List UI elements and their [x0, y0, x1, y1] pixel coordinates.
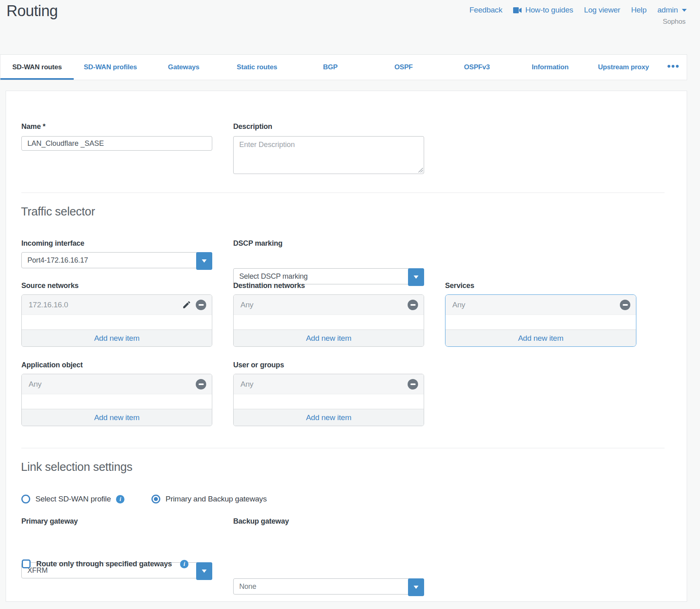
list-item: Any [234, 374, 424, 394]
backup-gateway-select[interactable]: None [233, 578, 424, 594]
list-item: Any [445, 295, 636, 315]
services-label: Services [445, 282, 474, 290]
feedback-label: Feedback [469, 6, 502, 14]
radio-label: Select SD-WAN profile [35, 495, 111, 503]
minus-circle-icon[interactable] [196, 300, 206, 310]
tab-static-routes[interactable]: Static routes [220, 55, 294, 80]
description-label: Description [233, 122, 272, 131]
application-object-label: Application object [21, 361, 83, 369]
divider [21, 448, 665, 448]
user-or-groups-box: Any Add new item [233, 374, 424, 426]
chevron-down-icon[interactable] [408, 578, 424, 596]
header-links: Feedback How-to guides Log viewer Help a… [469, 6, 687, 14]
list-item-label: Any [240, 380, 408, 389]
minus-circle-icon[interactable] [620, 300, 630, 310]
list-item: Any [234, 295, 424, 315]
destination-networks-label: Destination networks [233, 282, 305, 290]
dscp-marking-value: Select DSCP marking [239, 272, 308, 280]
tab-ospf[interactable]: OSPF [367, 55, 440, 80]
list-item-label: Any [240, 300, 408, 309]
info-icon[interactable]: i [116, 495, 124, 503]
brand-label: Sophos [663, 18, 686, 26]
radio-label: Primary and Backup gateways [166, 495, 267, 503]
incoming-interface-label: Incoming interface [21, 239, 84, 248]
backup-gateway-label: Backup gateway [233, 517, 289, 526]
add-new-item-button[interactable]: Add new item [445, 329, 636, 346]
tab-bgp[interactable]: BGP [294, 55, 367, 80]
chevron-down-icon [682, 9, 687, 12]
tab-sdwan-profiles[interactable]: SD-WAN profiles [74, 55, 147, 80]
routing-tabbar: SD-WAN routes SD-WAN profiles Gateways S… [0, 54, 687, 80]
incoming-interface-value: Port4-172.16.16.17 [27, 256, 88, 264]
minus-circle-icon[interactable] [196, 379, 206, 389]
feedback-link[interactable]: Feedback [469, 6, 502, 14]
howto-guides-link[interactable]: How-to guides [513, 6, 573, 14]
chevron-down-icon[interactable] [408, 268, 424, 286]
list-item: Any [22, 374, 212, 394]
admin-label: admin [657, 6, 678, 14]
user-or-groups-label: User or groups [233, 361, 284, 369]
dscp-marking-label: DSCP marking [233, 239, 282, 248]
primary-gateway-label: Primary gateway [21, 517, 78, 526]
chevron-down-icon[interactable] [196, 562, 212, 580]
tab-upstream-proxy[interactable]: Upstream proxy [587, 55, 660, 80]
radio-icon[interactable] [151, 495, 160, 503]
application-object-box: Any Add new item [21, 374, 212, 426]
sdwan-route-form-panel: Name * Description Traffic selector Inco… [6, 91, 687, 602]
tab-ospfv3[interactable]: OSPFv3 [440, 55, 514, 80]
add-new-item-button[interactable]: Add new item [22, 409, 212, 426]
description-input[interactable] [233, 136, 424, 174]
add-new-item-button[interactable]: Add new item [22, 329, 212, 346]
help-label: Help [631, 6, 646, 14]
route-only-checkbox-label: Route only through specified gateways [36, 559, 172, 568]
log-viewer-link[interactable]: Log viewer [584, 6, 620, 14]
more-tabs-button[interactable]: ••• [660, 55, 687, 80]
radio-primary-backup-gateways[interactable]: Primary and Backup gateways [151, 495, 267, 503]
add-new-item-button[interactable]: Add new item [234, 409, 424, 426]
radio-select-sdwan-profile[interactable]: Select SD-WAN profile i [21, 495, 124, 503]
divider [21, 193, 665, 193]
admin-menu[interactable]: admin [657, 6, 687, 14]
page-title: Routing [6, 2, 58, 20]
radio-icon[interactable] [21, 495, 30, 503]
source-networks-label: Source networks [21, 282, 79, 290]
chevron-down-icon[interactable] [196, 252, 212, 270]
info-icon[interactable]: i [180, 560, 188, 568]
incoming-interface-select[interactable]: Port4-172.16.16.17 [21, 252, 212, 268]
help-link[interactable]: Help [631, 6, 646, 14]
minus-circle-icon[interactable] [408, 379, 418, 389]
minus-circle-icon[interactable] [408, 300, 418, 310]
list-item: 172.16.16.0 [22, 295, 212, 315]
pencil-icon[interactable] [182, 300, 191, 309]
route-only-checkbox-row: Route only through specified gateways i [22, 559, 188, 568]
list-item-label: Any [452, 300, 620, 309]
tab-information[interactable]: Information [514, 55, 587, 80]
source-networks-box: 172.16.16.0 Add new item [21, 294, 212, 347]
log-viewer-label: Log viewer [584, 6, 620, 14]
list-item-label: Any [29, 380, 196, 389]
name-label: Name * [21, 122, 46, 131]
video-camera-icon [513, 7, 522, 13]
tab-sdwan-routes[interactable]: SD-WAN routes [0, 55, 74, 80]
destination-networks-box: Any Add new item [233, 294, 424, 347]
route-only-checkbox[interactable] [22, 559, 31, 568]
howto-guides-label: How-to guides [525, 6, 573, 14]
services-box: Any Add new item [445, 294, 636, 347]
list-item-label: 172.16.16.0 [29, 300, 182, 309]
backup-gateway-value: None [239, 582, 256, 590]
add-new-item-button[interactable]: Add new item [234, 329, 424, 346]
tab-gateways[interactable]: Gateways [147, 55, 220, 80]
name-input[interactable] [21, 136, 212, 151]
traffic-selector-heading: Traffic selector [21, 205, 95, 218]
link-selection-heading: Link selection settings [21, 460, 133, 474]
